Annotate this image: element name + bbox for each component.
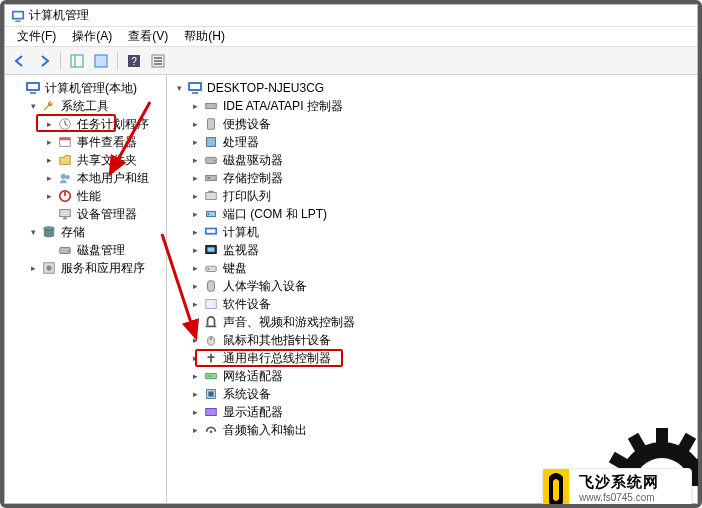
device-category-3[interactable]: ▸磁盘驱动器 bbox=[187, 151, 695, 169]
expand-icon[interactable]: ▸ bbox=[189, 370, 201, 382]
svg-rect-50 bbox=[206, 300, 217, 309]
device-category-12[interactable]: ▸声音、视频和游戏控制器 bbox=[187, 313, 695, 331]
svg-rect-14 bbox=[30, 92, 36, 94]
expand-icon[interactable]: ▸ bbox=[189, 118, 201, 130]
systools-item-icon bbox=[57, 116, 73, 132]
svg-rect-48 bbox=[208, 268, 210, 270]
svg-point-19 bbox=[65, 175, 69, 179]
expand-icon[interactable]: ▸ bbox=[189, 208, 201, 220]
collapse-icon[interactable]: ▾ bbox=[173, 82, 185, 94]
menubar: 文件(F) 操作(A) 查看(V) 帮助(H) bbox=[5, 27, 697, 47]
nav-back-button[interactable] bbox=[9, 50, 31, 72]
expand-icon[interactable]: ▸ bbox=[43, 172, 55, 184]
device-category-label: 声音、视频和游戏控制器 bbox=[221, 313, 357, 331]
device-category-0[interactable]: ▸IDE ATA/ATAPI 控制器 bbox=[187, 97, 695, 115]
nav-forward-button[interactable] bbox=[33, 50, 55, 72]
device-category-1[interactable]: ▸便携设备 bbox=[187, 115, 695, 133]
device-category-14[interactable]: ▸通用串行总线控制器 bbox=[187, 349, 695, 367]
expand-icon[interactable]: ▸ bbox=[189, 226, 201, 238]
device-category-icon bbox=[203, 314, 219, 330]
device-category-2[interactable]: ▸处理器 bbox=[187, 133, 695, 151]
device-category-label: 通用串行总线控制器 bbox=[221, 349, 333, 367]
collapse-icon[interactable]: ▾ bbox=[27, 226, 39, 238]
svg-text:?: ? bbox=[131, 56, 137, 67]
expand-icon[interactable]: ▸ bbox=[189, 100, 201, 112]
device-category-label: 计算机 bbox=[221, 223, 261, 241]
svg-rect-44 bbox=[207, 229, 216, 233]
systools-item-3[interactable]: ▸本地用户和组 bbox=[41, 169, 164, 187]
services-node[interactable]: ▸ 服务和应用程序 bbox=[25, 259, 164, 277]
disk-management-node[interactable]: ▸ 磁盘管理 bbox=[41, 241, 164, 259]
device-category-16[interactable]: ▸系统设备 bbox=[187, 385, 695, 403]
properties-button[interactable] bbox=[90, 50, 112, 72]
expand-icon[interactable]: ▸ bbox=[43, 136, 55, 148]
device-category-5[interactable]: ▸打印队列 bbox=[187, 187, 695, 205]
systools-item-icon bbox=[57, 170, 73, 186]
device-category-icon bbox=[203, 350, 219, 366]
menu-help[interactable]: 帮助(H) bbox=[176, 26, 233, 47]
systools-item-4[interactable]: ▸性能 bbox=[41, 187, 164, 205]
device-tree-root[interactable]: ▾ DESKTOP-NJEU3CG bbox=[171, 79, 695, 97]
device-category-18[interactable]: ▸音频输入和输出 bbox=[187, 421, 695, 439]
svg-rect-31 bbox=[192, 92, 198, 94]
systools-item-5[interactable]: 设备管理器 bbox=[41, 205, 164, 223]
device-category-6[interactable]: ▸端口 (COM 和 LPT) bbox=[187, 205, 695, 223]
expand-icon[interactable]: ▸ bbox=[189, 244, 201, 256]
expand-icon[interactable]: ▸ bbox=[43, 154, 55, 166]
expand-icon[interactable]: ▸ bbox=[189, 262, 201, 274]
systools-item-0[interactable]: ▸任务计划程序 bbox=[41, 115, 164, 133]
menu-view[interactable]: 查看(V) bbox=[120, 26, 176, 47]
expand-icon[interactable]: ▸ bbox=[189, 388, 201, 400]
expand-icon[interactable]: ▸ bbox=[189, 154, 201, 166]
device-category-label: 显示适配器 bbox=[221, 403, 285, 421]
expand-icon[interactable]: ▸ bbox=[43, 190, 55, 202]
expand-icon[interactable]: ▸ bbox=[189, 190, 201, 202]
expand-icon[interactable]: ▸ bbox=[189, 316, 201, 328]
titlebar: 计算机管理 bbox=[5, 5, 697, 27]
system-tools-node[interactable]: ▾ 系统工具 bbox=[25, 97, 164, 115]
wrench-icon bbox=[41, 98, 57, 114]
tree-root-label: 计算机管理(本地) bbox=[43, 79, 139, 97]
systools-item-1[interactable]: ▸事件查看器 bbox=[41, 133, 164, 151]
device-category-label: 网络适配器 bbox=[221, 367, 285, 385]
device-category-icon bbox=[203, 152, 219, 168]
device-category-label: 便携设备 bbox=[221, 115, 273, 133]
systools-item-2[interactable]: ▸共享文件夹 bbox=[41, 151, 164, 169]
device-category-7[interactable]: ▸计算机 bbox=[187, 223, 695, 241]
device-category-9[interactable]: ▸键盘 bbox=[187, 259, 695, 277]
expand-icon[interactable]: ▸ bbox=[27, 262, 39, 274]
expand-icon[interactable]: ▸ bbox=[189, 280, 201, 292]
system-tools-label: 系统工具 bbox=[59, 97, 111, 115]
expand-icon[interactable]: ▸ bbox=[189, 298, 201, 310]
systools-item-icon bbox=[57, 134, 73, 150]
storage-node[interactable]: ▾ 存储 bbox=[25, 223, 164, 241]
collapse-icon[interactable]: ▾ bbox=[27, 100, 39, 112]
device-category-10[interactable]: ▸人体学输入设备 bbox=[187, 277, 695, 295]
menu-action[interactable]: 操作(A) bbox=[64, 26, 120, 47]
show-hide-tree-button[interactable] bbox=[66, 50, 88, 72]
expand-icon[interactable]: ▸ bbox=[189, 352, 201, 364]
expand-icon[interactable]: ▸ bbox=[189, 424, 201, 436]
refresh-button[interactable] bbox=[147, 50, 169, 72]
device-category-11[interactable]: ▸软件设备 bbox=[187, 295, 695, 313]
expand-icon[interactable]: ▸ bbox=[43, 118, 55, 130]
expand-icon[interactable]: ▸ bbox=[189, 406, 201, 418]
menu-file[interactable]: 文件(F) bbox=[9, 26, 64, 47]
device-category-icon bbox=[203, 296, 219, 312]
device-category-13[interactable]: ▸鼠标和其他指针设备 bbox=[187, 331, 695, 349]
tree-root[interactable]: ▾ 计算机管理(本地) bbox=[9, 79, 164, 97]
expand-icon[interactable]: ▸ bbox=[189, 136, 201, 148]
device-manager-tree: ▾ DESKTOP-NJEU3CG ▸IDE ATA/ATAPI 控制器▸便携设… bbox=[167, 75, 697, 503]
svg-rect-10 bbox=[154, 60, 162, 62]
svg-rect-34 bbox=[207, 138, 216, 147]
svg-rect-59 bbox=[206, 409, 217, 416]
help-button[interactable]: ? bbox=[123, 50, 145, 72]
device-category-label: 监视器 bbox=[221, 241, 261, 259]
svg-point-60 bbox=[210, 430, 213, 433]
expand-icon[interactable]: ▸ bbox=[189, 172, 201, 184]
device-category-15[interactable]: ▸网络适配器 bbox=[187, 367, 695, 385]
device-category-4[interactable]: ▸存储控制器 bbox=[187, 169, 695, 187]
device-category-17[interactable]: ▸显示适配器 bbox=[187, 403, 695, 421]
device-category-8[interactable]: ▸监视器 bbox=[187, 241, 695, 259]
expand-icon[interactable]: ▸ bbox=[189, 334, 201, 346]
